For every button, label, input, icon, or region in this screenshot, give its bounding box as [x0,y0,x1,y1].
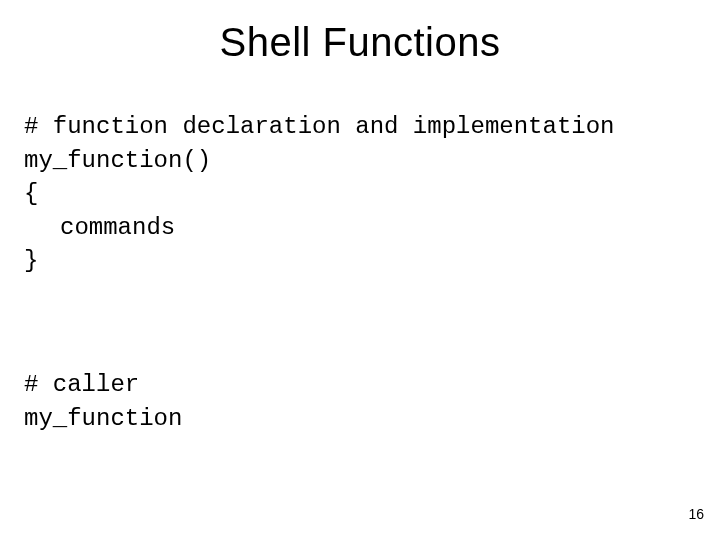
slide: Shell Functions # function declaration a… [0,0,720,540]
code-line: my_function() [24,147,211,174]
code-line: # caller [24,371,139,398]
code-block-declaration: # function declaration and implementatio… [24,110,615,278]
code-line: commands [24,211,175,245]
code-line: { [24,180,38,207]
page-number: 16 [688,506,704,522]
slide-title: Shell Functions [0,20,720,65]
code-line: # function declaration and implementatio… [24,113,615,140]
code-line: } [24,247,38,274]
code-block-caller: # caller my_function [24,368,182,435]
code-line: my_function [24,405,182,432]
